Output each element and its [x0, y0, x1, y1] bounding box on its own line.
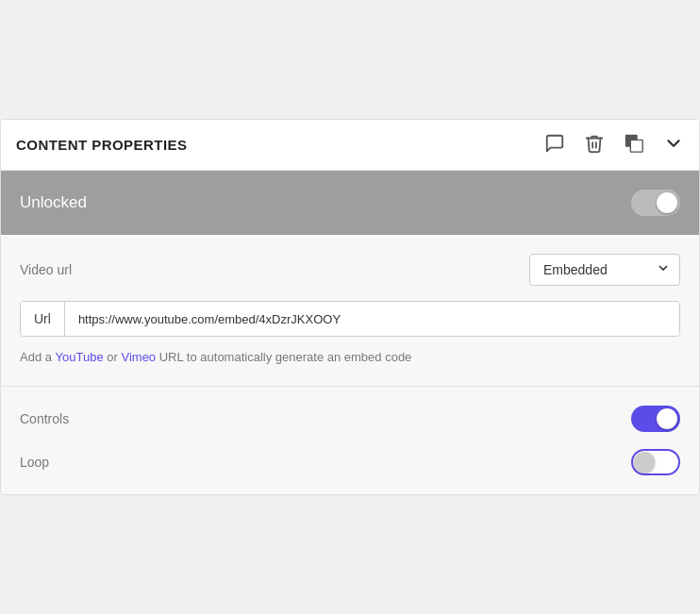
controls-label: Controls [20, 411, 69, 426]
header-icon-group [544, 133, 684, 157]
url-prefix-label: Url [21, 302, 65, 336]
copy-icon[interactable] [624, 133, 644, 157]
panel-header: CONTENT PROPERTIES [1, 120, 699, 171]
helper-suffix: URL to automatically generate an embed c… [156, 350, 411, 364]
video-type-select[interactable]: Embedded External [529, 254, 680, 286]
controls-toggle[interactable] [631, 406, 680, 432]
loop-label: Loop [20, 455, 49, 470]
video-url-label: Video url [20, 262, 72, 277]
unlocked-label: Unlocked [20, 193, 87, 212]
helper-prefix: Add a [20, 350, 56, 364]
svg-rect-1 [630, 141, 642, 153]
url-input[interactable] [65, 303, 679, 336]
loop-toggle-thumb [634, 452, 655, 473]
helper-text: Add a YouTube or Vimeo URL to automatica… [20, 348, 680, 367]
video-url-row: Video url Embedded External [20, 254, 680, 286]
url-input-row: Url [20, 301, 680, 337]
comment-icon[interactable] [544, 133, 565, 157]
youtube-link[interactable]: YouTube [56, 350, 104, 364]
unlocked-bar: Unlocked [1, 171, 699, 235]
loop-row: Loop [20, 449, 680, 475]
controls-toggle-thumb [657, 408, 677, 429]
trash-icon[interactable] [584, 133, 605, 157]
vimeo-link[interactable]: Vimeo [121, 350, 156, 364]
chevron-down-icon[interactable] [663, 133, 684, 157]
main-content: Video url Embedded External Url Add a Yo… [1, 235, 699, 494]
helper-middle: or [104, 350, 122, 364]
unlocked-toggle[interactable] [631, 190, 680, 216]
loop-toggle[interactable] [631, 449, 680, 475]
video-type-select-wrapper: Embedded External [529, 254, 680, 286]
content-properties-panel: CONTENT PROPERTIES [0, 119, 700, 495]
panel-title: CONTENT PROPERTIES [16, 137, 187, 153]
controls-row: Controls [20, 406, 680, 432]
section-divider [1, 386, 699, 387]
